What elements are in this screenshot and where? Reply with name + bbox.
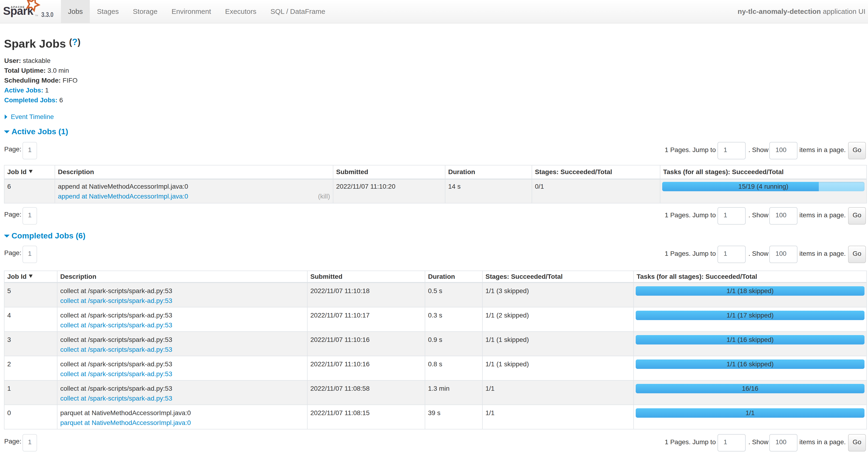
svg-text:3.3.0: 3.3.0 <box>41 11 54 18</box>
svg-text:TM: TM <box>35 14 38 17</box>
svg-text:Spark: Spark <box>3 5 33 17</box>
